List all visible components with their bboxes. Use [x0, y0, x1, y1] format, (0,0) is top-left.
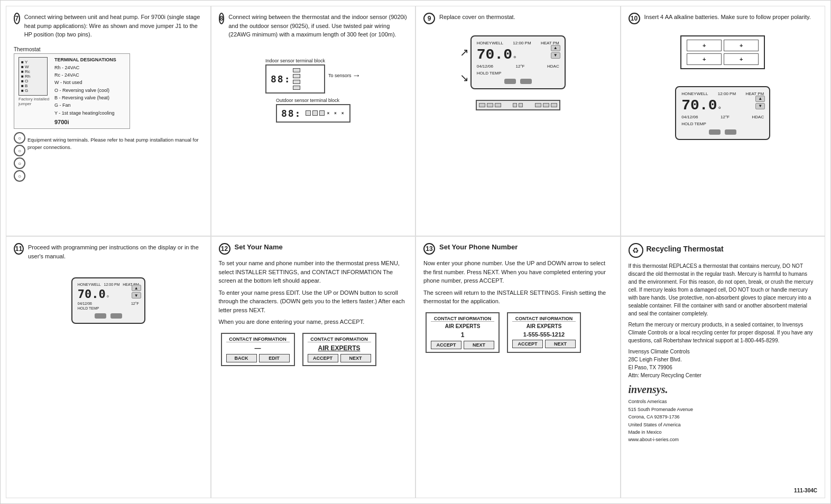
contact-screen-phone-1-sub: AIR EXPERTS: [431, 323, 494, 329]
arrow-indicator: ↗: [460, 46, 469, 59]
contact-screen-phone-1: CONTACT INFORMATION AIR EXPERTS 1 ACCEPT…: [426, 312, 500, 353]
recycling-company: Invensys Climate Controls 28C Leigh Fish…: [629, 348, 818, 379]
step-12-number: 12: [219, 243, 230, 255]
page: 7 Connect wiring between unit and heat p…: [0, 0, 831, 504]
step-12-para-1: To enter your name press EDIT. Use the U…: [219, 288, 408, 315]
step-7-number: 7: [14, 13, 20, 24]
step-10-text: Insert 4 AA alkaline batteries. Make sur…: [644, 13, 811, 22]
battery-cell-3: +: [687, 53, 722, 65]
step-8-number: 8: [219, 13, 225, 24]
next-btn-13a[interactable]: NEXT: [464, 341, 494, 349]
thermostat-with-batteries: HONEYWELL 12:00 PM HEAT PM 70.0 ° 04/12/…: [675, 86, 770, 140]
terminal-designations-label: TERMINAL DESIGNATIONS: [54, 57, 116, 62]
contact-screen-phone-2-value: 1-555-555-1212: [512, 331, 576, 338]
thermo-btn-right-2[interactable]: [725, 129, 736, 135]
indoor-sensor-label: Indoor sensor terminal block: [265, 58, 325, 63]
step-12-screens: CONTACT INFORMATION — BACK EDIT CONTACT …: [219, 331, 408, 368]
next-btn-12[interactable]: NEXT: [340, 354, 371, 362]
thermostat-cover-before: HONEYWELL 12:00 PM HEAT PM 70.0 ° 04/12/…: [470, 30, 566, 95]
terminal-table: Rh - 24VAC Rc - 24VAC W - Not used O - R…: [54, 64, 116, 117]
thermo-btn-left[interactable]: [504, 79, 516, 84]
thermo-btn-left-2[interactable]: [709, 129, 721, 135]
thermostat-box: ■ Y ■ W ■ Rc ■ Rh ■ O ■ B ■ G Factory in…: [14, 53, 130, 129]
factory-jumper-label: Factory installed jumper: [19, 97, 50, 106]
contact-screen-experts-title: CONTACT INFORMATION: [308, 337, 371, 342]
outdoor-sensor-label: Outdoor sensor terminal block: [276, 98, 350, 103]
step-13-screens: CONTACT INFORMATION AIR EXPERTS 1 ACCEPT…: [423, 310, 613, 355]
contact-screen-experts-value: AIR EXPERTS: [308, 344, 371, 352]
step-13-para-0: Now enter your phone number. Use the UP …: [423, 259, 613, 285]
recycling-para-1: Return the mercury or mercury products, …: [629, 321, 818, 344]
step-12-para-2: When you are done entering your name, pr…: [219, 318, 408, 326]
step-9-number: 9: [423, 13, 435, 24]
contact-screen-phone-1-title: CONTACT INFORMATION: [431, 316, 494, 322]
next-btn-13b[interactable]: NEXT: [545, 340, 576, 348]
battery-cell-1: +: [687, 40, 722, 51]
step-7-text: Connect wiring between unit and heat pum…: [24, 13, 203, 39]
up-arrow-3[interactable]: ▲: [132, 285, 141, 291]
up-arrow[interactable]: ▲: [551, 45, 560, 51]
equipment-wiring-text: Equipment wiring terminals. Please refer…: [27, 136, 203, 182]
recycling-cell: ♻ Recycling Thermostat If this thermosta…: [621, 236, 826, 498]
step-7-diagram: Thermostat ■ Y ■ W ■ Rc ■ Rh: [14, 46, 203, 182]
thermo-btn-right-3[interactable]: [110, 313, 122, 319]
down-arrow[interactable]: ▼: [551, 52, 560, 59]
battery-cell-4: +: [724, 53, 759, 65]
step-12-title: Set Your Name: [235, 243, 283, 251]
company-info: Controls Americas 515 South Promenade Av…: [629, 398, 818, 443]
step-12-para-0: To set your name and phone number into t…: [219, 259, 408, 285]
step-13-number: 13: [423, 243, 435, 255]
thermo-temp-2: 70.0: [681, 97, 717, 114]
accept-btn-13a[interactable]: ACCEPT: [431, 341, 461, 349]
contact-screen-phone-1-value: 1: [431, 331, 494, 339]
step-10-cell: 10 Insert 4 AA alkaline batteries. Make …: [621, 6, 826, 236]
contact-screen-blank-title: CONTACT INFORMATION: [226, 337, 290, 342]
step-11-number: 11: [14, 243, 24, 255]
edit-btn[interactable]: EDIT: [259, 354, 290, 362]
equipment-wiring: ○ ○ ○ ○ Equipment wiring terminals. Plea…: [14, 132, 203, 182]
sensor-diagram: Indoor sensor terminal block 88: To sens…: [219, 58, 408, 123]
battery-diagram-top: + + + +: [680, 35, 765, 69]
step-13-cell: 13 Set Your Phone Number Now enter your …: [416, 236, 621, 498]
to-sensors-label: To sensors: [328, 73, 352, 78]
down-arrow-2[interactable]: ▼: [755, 103, 765, 109]
contact-screen-blank-value: —: [226, 344, 290, 352]
step-8-cell: 8 Connect wiring between the thermostat …: [211, 6, 416, 236]
step-11-cell: 11 Proceed with programming per instruct…: [6, 236, 211, 498]
down-arrow-3[interactable]: ▼: [132, 292, 141, 298]
indoor-sensor-display: 88:: [271, 73, 291, 85]
back-btn[interactable]: BACK: [226, 354, 257, 362]
step-9-text: Replace cover on thermostat.: [439, 13, 515, 22]
step-11-text: Proceed with programming per instruction…: [28, 243, 203, 260]
thermo-display-header: HONEYWELL: [477, 41, 503, 45]
accept-btn-13b[interactable]: ACCEPT: [512, 340, 543, 348]
thermostat-base: [476, 100, 560, 110]
step-13-title: Set Your Phone Number: [439, 243, 518, 251]
up-arrow-2[interactable]: ▲: [755, 96, 765, 102]
contact-screen-phone-2-title: CONTACT INFORMATION: [512, 316, 576, 322]
model-label: 9700i: [54, 119, 116, 125]
step-11-thermostat: HONEYWELL 12:00 PM HEAT PM 70.0 ° 04/12/…: [71, 277, 145, 324]
contact-screen-phone-2-sub: AIR EXPERTS: [512, 323, 576, 329]
recycling-title: Recycling Thermostat: [647, 245, 724, 253]
arrow-indicator-2: ↘: [460, 71, 469, 84]
contact-screen-air-experts: CONTACT INFORMATION AIR EXPERTS ACCEPT N…: [302, 333, 376, 366]
thermo-btn-left-3[interactable]: [95, 313, 106, 319]
outdoor-sensor-display: 88:: [281, 108, 302, 119]
thermo-temp: 70.0: [477, 46, 512, 63]
contact-screen-phone-2: CONTACT INFORMATION AIR EXPERTS 1-555-55…: [507, 312, 581, 353]
recycling-icon: ♻: [629, 243, 643, 258]
step-13-para-1: The screen will return to the INSTALLER …: [423, 288, 613, 306]
step-9-cell: 9 Replace cover on thermostat. HONEYWELL…: [416, 6, 621, 236]
step-7-cell: 7 Connect wiring between unit and heat p…: [6, 6, 211, 236]
thermo-btn-right[interactable]: [520, 79, 532, 84]
step-12-cell: 12 Set Your Name To set your name and ph…: [211, 236, 416, 498]
contact-screen-blank: CONTACT INFORMATION — BACK EDIT: [221, 333, 295, 366]
accept-btn-12[interactable]: ACCEPT: [308, 354, 338, 362]
doc-number: 111-304C: [794, 488, 817, 493]
recycling-para-0: If this thermostat REPLACES a thermostat…: [629, 262, 818, 318]
battery-cell-2: +: [724, 40, 759, 51]
step-8-text: Connect wiring between the thermostat an…: [228, 13, 408, 39]
step-10-number: 10: [629, 13, 640, 24]
thermostat-label: Thermostat: [14, 46, 41, 52]
